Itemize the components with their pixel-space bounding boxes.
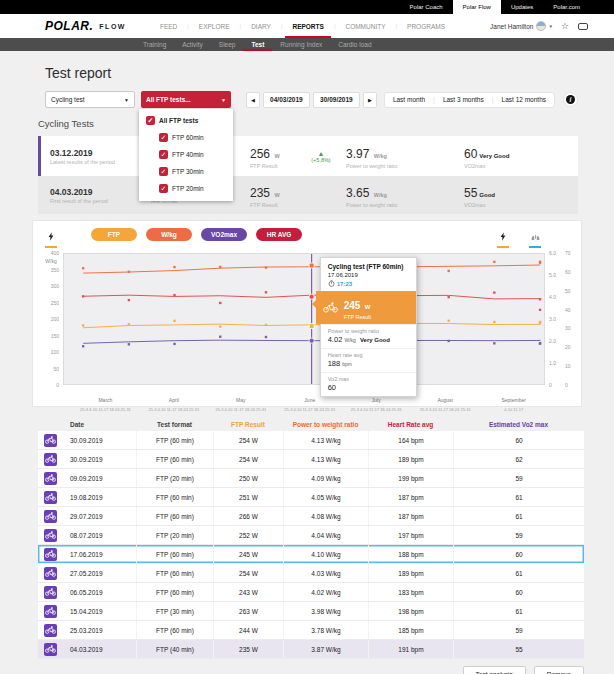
y-axis-tick: 300 bbox=[37, 283, 59, 289]
cell-date: 04.03.2019 bbox=[66, 640, 136, 658]
subnav-sleep[interactable]: Sleep bbox=[211, 38, 244, 51]
row-sport-cell bbox=[38, 507, 66, 525]
feedback-icon[interactable] bbox=[578, 23, 588, 30]
summary-date-cell: 03.12.2019 Latest results of the period bbox=[38, 148, 144, 165]
summary-row[interactable]: 04.03.2019 First result of the period FT… bbox=[38, 176, 578, 214]
top-utility-bar: Polar CoachPolar FlowUpdatesPolar.com bbox=[0, 0, 614, 14]
summary-section: 03.12.2019 Latest results of the period … bbox=[38, 136, 578, 214]
avatar[interactable] bbox=[536, 21, 546, 31]
topbar-link-polar-flow[interactable]: Polar Flow bbox=[453, 0, 501, 14]
col-header-estimated-vo2-max[interactable]: Estimated Vo2 max bbox=[453, 421, 584, 428]
cell-heart-rate-avg: 187 bpm bbox=[368, 488, 453, 506]
test-type-select[interactable]: All FTP tests... ▼ bbox=[141, 91, 231, 108]
cycling-icon bbox=[44, 586, 57, 599]
tooltip-vo2-section: Vo2 max 60 bbox=[321, 372, 416, 396]
checkbox-checked-icon[interactable]: ✓ bbox=[159, 167, 168, 176]
data-point-vo2 bbox=[265, 336, 267, 338]
cycling-icon bbox=[44, 434, 57, 447]
info-button[interactable]: i bbox=[563, 92, 578, 107]
table-row[interactable]: 17.06.2019 FTP (60 min) 245 W 4.10 W/kg … bbox=[38, 545, 584, 564]
nav-community[interactable]: COMMUNITY bbox=[335, 14, 395, 38]
prev-period-button[interactable]: ◀ bbox=[246, 92, 260, 108]
date-from-input[interactable]: 04/03/2019 bbox=[263, 92, 310, 108]
remove-button[interactable]: Remove bbox=[534, 666, 584, 674]
summary-wkg-sub: Power to weight ratio bbox=[346, 202, 458, 208]
quick-range-last-12-months[interactable]: Last 12 months bbox=[494, 96, 554, 103]
table-row[interactable]: 27.05.2019 FTP (60 min) 254 W 4.03 W/kg … bbox=[38, 564, 584, 583]
cell-ftp-result: 243 W bbox=[213, 583, 283, 601]
table-row[interactable]: 09.09.2019 FTP (20 min) 250 W 4.09 W/kg … bbox=[38, 469, 584, 488]
nav-feed[interactable]: FEED bbox=[150, 14, 187, 38]
menu-item-ftp-60min[interactable]: ✓FTP 60min bbox=[139, 129, 233, 146]
menu-item-ftp-40min[interactable]: ✓FTP 40min bbox=[139, 146, 233, 163]
quick-range-last-3-months[interactable]: Last 3 months bbox=[435, 96, 492, 103]
col-header-test-format[interactable]: Test format bbox=[136, 421, 213, 428]
summary-vo2-value: 55 bbox=[464, 186, 477, 200]
polar-logo[interactable]: POLAR. bbox=[45, 19, 93, 33]
table-row[interactable]: 04.03.2019 FTP (40 min) 235 W 3.87 W/kg … bbox=[38, 640, 584, 659]
menu-item-ftp-30min[interactable]: ✓FTP 30min bbox=[139, 163, 233, 180]
cell-vo2-max: 59 bbox=[453, 526, 584, 544]
date-to-input[interactable]: 30/09/2019 bbox=[313, 92, 360, 108]
checkbox-checked-icon[interactable]: ✓ bbox=[159, 184, 168, 193]
next-period-button[interactable]: ▶ bbox=[363, 92, 377, 108]
chart-plot-area[interactable]: 400350300250200150100500 6.05.04.03.02.0… bbox=[63, 253, 545, 385]
user-menu[interactable]: Janet Hamilton ▾ bbox=[490, 21, 552, 31]
menu-item-label: FTP 40min bbox=[172, 151, 204, 158]
subnav-running-index[interactable]: Running Index bbox=[272, 38, 330, 51]
table-row[interactable]: 06.05.2019 FTP (60 min) 243 W 4.02 W/kg … bbox=[38, 583, 584, 602]
nav-explore[interactable]: EXPLORE bbox=[189, 14, 240, 38]
table-row[interactable]: 30.09.2019 FTP (60 min) 254 W 4.13 W/kg … bbox=[38, 431, 584, 450]
checkbox-checked-icon[interactable]: ✓ bbox=[159, 150, 168, 159]
col-header-heart-rate-avg[interactable]: Heart Rate avg bbox=[368, 421, 453, 428]
row-sport-cell bbox=[38, 431, 66, 449]
legend-vo2max[interactable]: VO2max bbox=[201, 228, 247, 241]
table-row[interactable]: 15.04.2019 FTP (30 min) 263 W 3.98 W/kg … bbox=[38, 602, 584, 621]
nav-diary[interactable]: DIARY bbox=[241, 14, 281, 38]
table-row[interactable]: 29.07.2019 FTP (60 min) 266 W 4.08 W/kg … bbox=[38, 507, 584, 526]
nav-reports[interactable]: REPORTS bbox=[282, 14, 333, 38]
subnav-activity[interactable]: Activity bbox=[174, 38, 211, 51]
favorites-icon[interactable]: ☆ bbox=[561, 22, 569, 31]
legend-ftp[interactable]: FTP bbox=[91, 228, 137, 241]
data-point-vo2 bbox=[128, 343, 130, 345]
summary-vo2-cell: 55Good VO2max bbox=[458, 183, 578, 208]
cell-power-to-weight: 4.04 W/kg bbox=[283, 526, 368, 544]
topbar-link-updates[interactable]: Updates bbox=[501, 0, 543, 14]
summary-ftp-cell: 235 W FTP Result bbox=[244, 183, 296, 208]
cell-power-to-weight: 4.10 W/kg bbox=[283, 545, 368, 563]
table-row[interactable]: 08.07.2019 FTP (20 min) 252 W 4.04 W/kg … bbox=[38, 526, 584, 545]
legend-hr-avg[interactable]: HR AVG bbox=[256, 228, 302, 241]
data-point-ftp bbox=[82, 324, 84, 326]
col-header-ftp-result[interactable]: FTP Result bbox=[213, 421, 283, 428]
test-analysis-button[interactable]: Test analysis bbox=[463, 666, 526, 674]
y-axis-tick: 40 bbox=[565, 307, 577, 313]
table-row[interactable]: 19.08.2019 FTP (60 min) 251 W 4.05 W/kg … bbox=[38, 488, 584, 507]
legend-w-kg[interactable]: W/kg bbox=[146, 228, 192, 241]
nav-programs[interactable]: PROGRAMS bbox=[397, 14, 455, 38]
table-row[interactable]: 30.09.2019 FTP (60 min) 254 W 4.13 W/kg … bbox=[38, 450, 584, 469]
menu-item-all-ftp-tests[interactable]: ✓ All FTP tests bbox=[139, 112, 233, 129]
cell-date: 06.05.2019 bbox=[66, 583, 136, 601]
summary-row[interactable]: 03.12.2019 Latest results of the period … bbox=[38, 136, 578, 176]
quick-range-last-month[interactable]: Last month bbox=[385, 96, 433, 103]
subnav-cardio-load[interactable]: Cardio load bbox=[330, 38, 379, 51]
col-header-power-to-weight-ratio[interactable]: Power to weight ratio bbox=[283, 421, 368, 428]
subnav-test[interactable]: Test bbox=[243, 38, 272, 51]
tooltip-vo2-label: Vo2 max bbox=[328, 376, 409, 382]
table-row[interactable]: 25.03.2019 FTP (60 min) 244 W 3.78 W/kg … bbox=[38, 621, 584, 640]
chevron-down-icon: ▼ bbox=[221, 97, 226, 103]
subnav-training[interactable]: Training bbox=[135, 38, 174, 51]
topbar-link-polar-coach[interactable]: Polar Coach bbox=[400, 0, 453, 14]
sport-select[interactable]: Cycling test ▼ bbox=[45, 91, 135, 108]
topbar-links: Polar CoachPolar FlowUpdatesPolar.com bbox=[400, 0, 590, 14]
selected-point-ftp bbox=[309, 324, 314, 329]
cell-ftp-result: 254 W bbox=[213, 431, 283, 449]
axis-underline bbox=[497, 246, 509, 248]
checkbox-checked-icon[interactable]: ✓ bbox=[146, 116, 155, 125]
main-header: POLAR. FLOW FEED|EXPLORE|DIARY|REPORTS|C… bbox=[0, 14, 614, 38]
topbar-link-polar-com[interactable]: Polar.com bbox=[543, 0, 590, 14]
menu-item-ftp-20min[interactable]: ✓FTP 20min bbox=[139, 180, 233, 197]
checkbox-checked-icon[interactable]: ✓ bbox=[159, 133, 168, 142]
col-header-date[interactable]: Date bbox=[66, 421, 136, 428]
